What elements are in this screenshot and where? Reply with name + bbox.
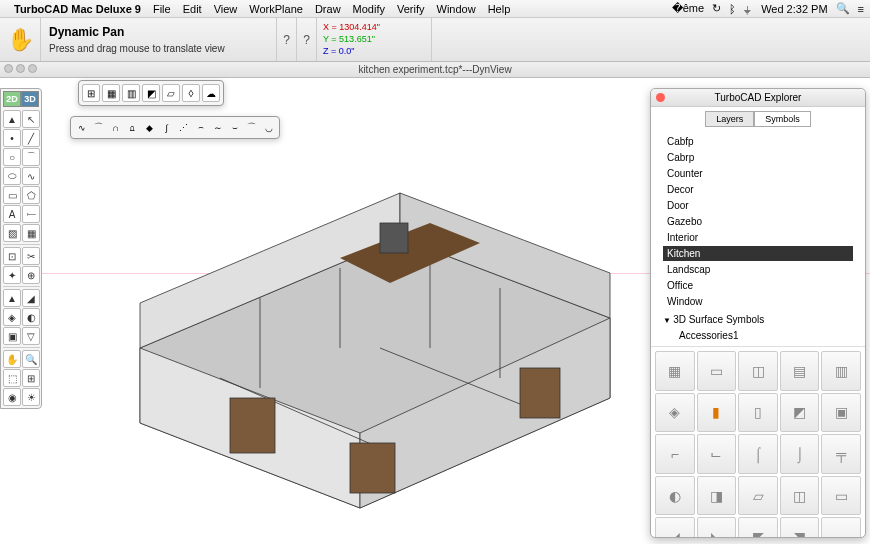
cat-door[interactable]: Door — [663, 198, 853, 213]
box-tool[interactable]: ▣ — [3, 327, 21, 345]
circle-tool[interactable]: ○ — [3, 148, 21, 166]
3d-model-view[interactable] — [80, 148, 640, 528]
bluetooth-icon[interactable]: ᛒ — [729, 3, 736, 15]
curve-10[interactable]: ⌣ — [227, 120, 242, 135]
symbol-thumb[interactable]: ◣ — [697, 517, 737, 537]
window-traffic-lights[interactable] — [4, 64, 37, 73]
symbol-thumb[interactable]: ▦ — [655, 351, 695, 391]
tab-layers[interactable]: Layers — [705, 111, 754, 127]
symbol-thumb[interactable]: ◫ — [738, 351, 778, 391]
sync-icon[interactable]: ↻ — [712, 2, 721, 15]
symbol-thumb[interactable]: ▬ — [821, 517, 861, 537]
symbol-thumb[interactable]: ◈ — [655, 393, 695, 433]
menu-workplane[interactable]: WorkPlane — [249, 3, 303, 15]
symbol-thumb[interactable]: ▯ — [738, 393, 778, 433]
help-icon[interactable]: ? — [276, 18, 296, 61]
symbol-thumb[interactable]: ⌙ — [697, 434, 737, 474]
tab-symbols[interactable]: Symbols — [754, 111, 811, 127]
wifi-icon[interactable]: ⏚ — [744, 3, 751, 15]
menu-view[interactable]: View — [214, 3, 238, 15]
curve-1[interactable]: ∿ — [74, 120, 89, 135]
symbol-thumb[interactable]: ▤ — [780, 351, 820, 391]
pan-tool[interactable]: ✋ — [3, 350, 21, 368]
cat-counter[interactable]: Counter — [663, 166, 853, 181]
mesh-tool[interactable]: ▲ — [3, 289, 21, 307]
symbol-thumb[interactable]: ▭ — [821, 476, 861, 516]
view-toolbar[interactable]: ⊞ ▦ ▥ ◩ ▱ ◊ ☁ — [78, 80, 224, 106]
curve-6[interactable]: ∫ — [159, 120, 174, 135]
point-tool[interactable]: • — [3, 129, 21, 147]
symbol-thumb[interactable]: ◫ — [780, 476, 820, 516]
dropbox-icon[interactable]: �ême — [672, 2, 704, 15]
view-tool-2[interactable]: ▦ — [102, 84, 120, 102]
revolve-tool[interactable]: ◐ — [22, 308, 40, 326]
symbol-thumb[interactable]: ▮ — [697, 393, 737, 433]
curve-8[interactable]: ⌢ — [193, 120, 208, 135]
symbol-thumb[interactable]: ▱ — [738, 476, 778, 516]
symbol-thumb[interactable]: ⌡ — [780, 434, 820, 474]
menu-modify[interactable]: Modify — [353, 3, 385, 15]
mode-2d-button[interactable]: 2D — [3, 91, 21, 107]
cat-window[interactable]: Window — [663, 294, 853, 309]
cat-cabfp[interactable]: Cabfp — [663, 134, 853, 149]
menu-verify[interactable]: Verify — [397, 3, 425, 15]
symbol-thumb[interactable]: ⌠ — [738, 434, 778, 474]
polygon-tool[interactable]: ⬠ — [22, 186, 40, 204]
notification-icon[interactable]: ≡ — [858, 3, 864, 15]
symbol-thumb[interactable]: ◤ — [738, 517, 778, 537]
explorer-titlebar[interactable]: TurboCAD Explorer — [651, 89, 865, 107]
cone-tool[interactable]: ▽ — [22, 327, 40, 345]
cat-cabrp[interactable]: Cabrp — [663, 150, 853, 165]
menu-help[interactable]: Help — [488, 3, 511, 15]
view-tool-7[interactable]: ☁ — [202, 84, 220, 102]
deep-select[interactable]: ⊕ — [22, 266, 40, 284]
help-icon-2[interactable]: ? — [296, 18, 316, 61]
curve-9[interactable]: ∼ — [210, 120, 225, 135]
zoom-tool[interactable]: 🔍 — [22, 350, 40, 368]
spline-tool[interactable]: ∿ — [22, 167, 40, 185]
rect-tool[interactable]: ▭ — [3, 186, 21, 204]
view-tool-4[interactable]: ◩ — [142, 84, 160, 102]
line-tool[interactable]: ╱ — [22, 129, 40, 147]
symbol-thumb[interactable]: ⌐ — [655, 434, 695, 474]
cat-landscap[interactable]: Landscap — [663, 262, 853, 277]
spotlight-icon[interactable]: 🔍 — [836, 2, 850, 15]
menu-window[interactable]: Window — [437, 3, 476, 15]
symbol-thumb[interactable]: ◥ — [780, 517, 820, 537]
select-tool[interactable]: ↖ — [22, 110, 40, 128]
symbol-thumb[interactable]: ◩ — [780, 393, 820, 433]
cat-decor[interactable]: Decor — [663, 182, 853, 197]
trim-tool[interactable]: ✂ — [22, 247, 40, 265]
menu-draw[interactable]: Draw — [315, 3, 341, 15]
curve-7[interactable]: ⋰ — [176, 120, 191, 135]
curve-5[interactable]: ◆ — [142, 120, 157, 135]
solid-tool[interactable]: ◢ — [22, 289, 40, 307]
cat-kitchen[interactable]: Kitchen — [663, 246, 853, 261]
extrude-tool[interactable]: ◈ — [3, 308, 21, 326]
symbol-tree[interactable]: Cabfp Cabrp Counter Decor Door Gazebo In… — [651, 131, 865, 346]
cat-gazebo[interactable]: Gazebo — [663, 214, 853, 229]
menu-edit[interactable]: Edit — [183, 3, 202, 15]
arc-tool[interactable]: ⌒ — [22, 148, 40, 166]
transform-tool[interactable]: ⊡ — [3, 247, 21, 265]
fill-tool[interactable]: ▦ — [22, 224, 40, 242]
light-tool[interactable]: ☀ — [22, 388, 40, 406]
menu-file[interactable]: File — [153, 3, 171, 15]
hatch-tool[interactable]: ▨ — [3, 224, 21, 242]
symbol-thumb[interactable]: ◢ — [655, 517, 695, 537]
view-tool-5[interactable]: ▱ — [162, 84, 180, 102]
ellipse-tool[interactable]: ⬭ — [3, 167, 21, 185]
iso-view[interactable]: ⬚ — [3, 369, 21, 387]
symbol-thumb[interactable]: ▥ — [821, 351, 861, 391]
curve-11[interactable]: ⌒ — [244, 120, 259, 135]
curve-3[interactable]: ∩ — [108, 120, 123, 135]
curve-4[interactable]: ⩍ — [125, 120, 140, 135]
cat-interior[interactable]: Interior — [663, 230, 853, 245]
group-3d-surface[interactable]: 3D Surface Symbols — [663, 310, 853, 327]
symbol-thumb[interactable]: ◨ — [697, 476, 737, 516]
gripper-tool[interactable]: ✦ — [3, 266, 21, 284]
curve-toolbar[interactable]: ∿⌒∩⩍◆∫⋰⌢∼⌣⌒◡ — [70, 116, 280, 139]
symbol-thumb[interactable]: ╤ — [821, 434, 861, 474]
app-name[interactable]: TurboCAD Mac Deluxe 9 — [14, 3, 141, 15]
view-tool-1[interactable]: ⊞ — [82, 84, 100, 102]
